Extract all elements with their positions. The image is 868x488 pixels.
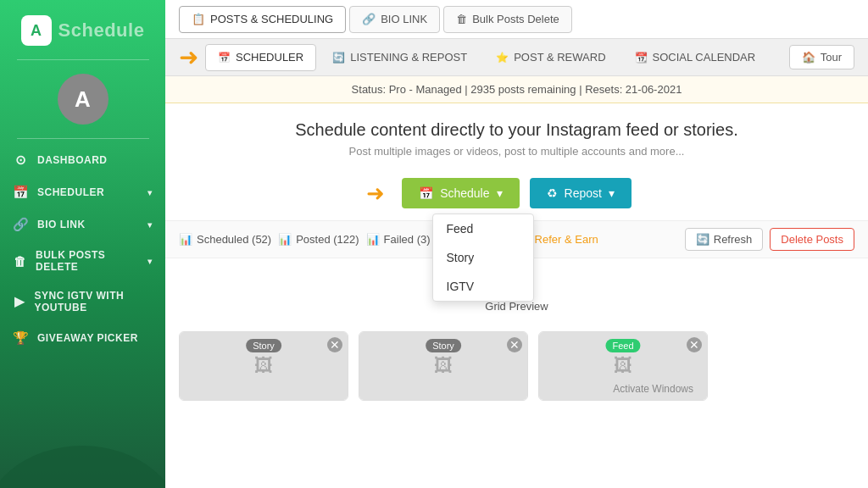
posts-grid: 🖼 Story ✕ 🖼 Story ✕ 🖼 Feed ✕ Activate Wi…	[165, 323, 868, 409]
post-card: 🖼 Story ✕	[179, 331, 348, 401]
sidebar-item-label: BIO LINK	[37, 219, 86, 230]
logo: A Schedule	[0, 0, 165, 54]
sub-tab-social-calendar[interactable]: 📆 SOCIAL CALENDAR	[622, 44, 769, 71]
hero-title: Schedule content directly to your Instag…	[179, 120, 854, 140]
refresh-button[interactable]: 🔄 Refresh	[685, 228, 764, 251]
failed-icon: 📊	[366, 233, 380, 246]
post-type-badge: Story	[246, 339, 281, 352]
scheduler-icon: 📅	[14, 185, 29, 200]
dropdown-item-igtv[interactable]: IGTV	[433, 272, 533, 301]
schedule-label: Schedule	[440, 186, 489, 200]
tour-icon: 🏠	[802, 51, 815, 64]
sub-tab-label: LISTENING & REPOST	[350, 51, 467, 64]
sub-tab-listening-repost[interactable]: 🔄 LISTENING & REPOST	[320, 44, 480, 71]
hero-section: Schedule content directly to your Instag…	[165, 103, 868, 166]
status-bar: Status: Pro - Managed | 2935 posts remai…	[165, 76, 868, 103]
delete-posts-label: Delete Posts	[781, 233, 843, 246]
schedule-icon: 📅	[419, 186, 433, 200]
post-close-button[interactable]: ✕	[507, 337, 522, 352]
stat-scheduled[interactable]: 📊 Scheduled (52)	[179, 233, 271, 246]
sidebar-item-label: BULK POSTS DELETE	[36, 249, 138, 273]
sub-tab-post-reward[interactable]: ⭐ POST & REWARD	[483, 44, 618, 71]
giveaway-icon: 🏆	[14, 330, 29, 346]
tab-bulk-posts-delete[interactable]: 🗑 Bulk Posts Delete	[443, 6, 572, 33]
post-close-button[interactable]: ✕	[687, 337, 702, 352]
refer-earn-label: Refer & Earn	[535, 233, 598, 246]
main-content: 📋 POSTS & SCHEDULING 🔗 BIO LINK 🗑 Bulk P…	[165, 0, 868, 488]
dropdown-item-feed[interactable]: Feed	[433, 214, 533, 243]
bio-link-tab-icon: 🔗	[362, 13, 376, 25]
scheduler-sub-icon: 📅	[218, 52, 231, 64]
tour-button[interactable]: 🏠 Tour	[789, 45, 854, 69]
sub-tabs-bar: ➜ 📅 SCHEDULER 🔄 LISTENING & REPOST ⭐ POS…	[165, 39, 868, 76]
dropdown-item-story[interactable]: Story	[433, 243, 533, 272]
logo-text: Schedule	[58, 19, 145, 42]
delete-posts-button[interactable]: Delete Posts	[770, 228, 854, 251]
calendar-icon: 📆	[635, 52, 648, 64]
posted-icon: 📊	[278, 233, 292, 246]
avatar: A	[58, 74, 108, 125]
sub-tab-label: SOCIAL CALENDAR	[653, 51, 756, 64]
repost-button[interactable]: ♻ Repost ▾	[530, 178, 632, 208]
chevron-down-icon: ▾	[147, 257, 153, 266]
content-area: Status: Pro - Managed | 2935 posts remai…	[165, 76, 868, 488]
sub-tab-label: POST & REWARD	[514, 51, 605, 64]
tab-posts-scheduling[interactable]: 📋 POSTS & SCHEDULING	[179, 6, 346, 33]
sidebar-item-label: GIVEAWAY PICKER	[37, 332, 138, 344]
sync-igtv-icon: ▶	[14, 294, 26, 309]
bulk-posts-icon: 🗑	[14, 253, 27, 269]
reward-icon: ⭐	[496, 52, 509, 64]
bulk-tab-icon: 🗑	[456, 13, 467, 25]
tab-label: BIO LINK	[381, 13, 427, 25]
posts-scheduling-icon: 📋	[192, 13, 205, 25]
tab-bio-link[interactable]: 🔗 BIO LINK	[349, 6, 440, 33]
sidebar-item-giveaway[interactable]: 🏆 GIVEAWAY PICKER	[0, 322, 165, 354]
avatar-container: A	[58, 74, 108, 125]
bio-link-icon: 🔗	[14, 217, 29, 232]
sidebar-item-label: SYNC IGTV WITH YOUTUBE	[35, 290, 152, 313]
repost-label: Repost	[565, 186, 602, 200]
action-buttons: ➜ 📅 Schedule ▾ ♻ Repost ▾ Feed Story IGT	[165, 178, 868, 208]
sidebar-item-label: DASHBOARD	[37, 154, 108, 166]
post-card: 🖼 Feed ✕ Activate Windows	[538, 331, 708, 401]
sub-tab-label: SCHEDULER	[236, 51, 303, 64]
top-tabs-bar: 📋 POSTS & SCHEDULING 🔗 BIO LINK 🗑 Bulk P…	[165, 0, 868, 39]
schedule-button[interactable]: ➜ 📅 Schedule ▾	[402, 178, 519, 208]
failed-label: Failed (3)	[384, 233, 431, 246]
scheduled-icon: 📊	[179, 233, 192, 246]
logo-letter: A	[31, 22, 42, 40]
sidebar: A Schedule A ⊙ DASHBOARD 📅 SCHEDULER ▾ 🔗…	[0, 0, 165, 488]
scheduled-label: Scheduled (52)	[197, 233, 271, 246]
logo-icon: A	[21, 15, 52, 46]
sidebar-item-label: SCHEDULER	[37, 186, 104, 198]
sidebar-item-bio-link[interactable]: 🔗 BIO LINK ▾	[0, 208, 165, 241]
schedule-dropdown-icon: ▾	[497, 186, 503, 200]
post-type-badge: Story	[426, 339, 461, 352]
refresh-label: Refresh	[714, 233, 753, 246]
chevron-down-icon: ▾	[147, 220, 153, 230]
tab-label: Bulk Posts Delete	[472, 13, 559, 25]
hero-subtitle: Post multiple images or videos, post to …	[179, 145, 854, 158]
sidebar-divider	[17, 59, 149, 60]
sidebar-item-sync-igtv[interactable]: ▶ SYNC IGTV WITH YOUTUBE	[0, 281, 165, 322]
arrow-indicator: ➜	[179, 43, 198, 71]
refresh-icon: 🔄	[696, 233, 709, 246]
post-type-badge: Feed	[605, 339, 640, 352]
repost-icon: ♻	[547, 186, 558, 200]
sidebar-item-dashboard[interactable]: ⊙ DASHBOARD	[0, 144, 165, 176]
sub-tab-scheduler[interactable]: 📅 SCHEDULER	[205, 44, 316, 71]
sidebar-item-scheduler[interactable]: 📅 SCHEDULER ▾	[0, 176, 165, 208]
posted-label: Posted (122)	[296, 233, 359, 246]
stat-posted[interactable]: 📊 Posted (122)	[278, 233, 359, 246]
sidebar-divider-2	[17, 138, 149, 139]
post-close-button[interactable]: ✕	[327, 337, 342, 352]
stat-failed[interactable]: 📊 Failed (3)	[366, 233, 431, 246]
grid-preview-label: Grid Preview	[175, 300, 858, 313]
dashboard-icon: ⊙	[14, 152, 29, 168]
schedule-btn-arrow: ➜	[366, 180, 385, 207]
tab-label: POSTS & SCHEDULING	[210, 13, 333, 25]
chevron-down-icon: ▾	[147, 188, 153, 197]
status-text: Status: Pro - Managed | 2935 posts remai…	[352, 83, 682, 96]
sidebar-item-bulk-posts[interactable]: 🗑 BULK POSTS DELETE ▾	[0, 241, 165, 281]
repost-dropdown-icon: ▾	[609, 186, 615, 200]
